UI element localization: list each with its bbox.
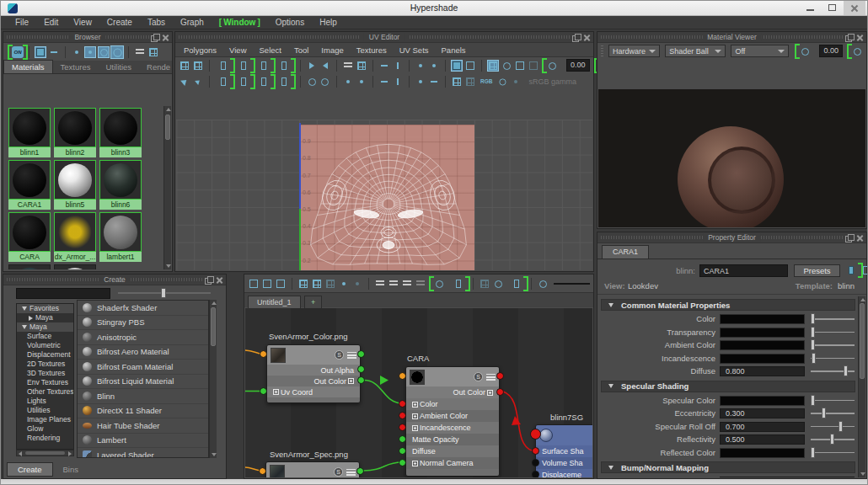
shader-item-anisotropic[interactable]: Anisotropic (78, 330, 208, 345)
material-viewer-titlebar[interactable]: Material Viewer (597, 32, 866, 43)
tree-item-utilities[interactable]: Utilities (17, 406, 73, 415)
create-search-input[interactable] (16, 288, 110, 299)
viewer-exposure-field[interactable]: 0.00 (819, 45, 843, 57)
layout-simple-icon[interactable] (374, 278, 386, 290)
slider-handle[interactable] (830, 434, 834, 445)
translate-u-icon[interactable] (342, 76, 354, 88)
shader-item-lambert[interactable]: Lambert (78, 434, 208, 449)
expand-plug-icon[interactable] (412, 461, 418, 466)
optimize-tool-icon[interactable] (280, 76, 292, 88)
shader-item-hair-tube-shader[interactable]: Hair Tube Shader (78, 418, 208, 434)
node-attr-normal-camera[interactable]: Normal Camera (406, 457, 499, 469)
node-menu-icon[interactable] (486, 374, 496, 381)
uv-editor-titlebar[interactable]: UV Editor (175, 32, 593, 43)
add-to-graph-icon[interactable] (297, 278, 309, 290)
color-swatch[interactable] (720, 354, 805, 364)
value-field[interactable]: 0.300 (720, 408, 805, 418)
node-menu-icon[interactable] (346, 469, 356, 476)
snap-apart-icon[interactable] (428, 60, 440, 72)
menu-edit[interactable]: Edit (36, 18, 66, 27)
shader-item-directx-11-shader[interactable]: DirectX 11 Shader (78, 404, 208, 419)
attribute-slider[interactable] (811, 339, 855, 350)
graph-input-connections-icon[interactable] (248, 278, 260, 290)
slider-handle[interactable] (811, 339, 815, 350)
attribute-slider[interactable] (811, 434, 855, 445)
dim-image-toggle[interactable] (487, 60, 499, 72)
port-color-node-input[interactable] (260, 350, 267, 358)
port-cara-out-color[interactable] (496, 388, 504, 396)
browser-tab-textures[interactable]: Textures (53, 61, 99, 73)
slider-handle[interactable] (839, 421, 843, 432)
swatches-on-toggle[interactable]: ON (12, 46, 24, 58)
menu-tabs[interactable]: Tabs (140, 18, 173, 27)
attribute-slider[interactable] (811, 327, 855, 338)
port-cara-incandescence[interactable] (399, 424, 406, 431)
sort-az-icon[interactable] (134, 46, 146, 58)
presets-button[interactable]: Presets (794, 264, 840, 277)
attribute-slider[interactable] (811, 353, 855, 364)
shade-uvs-icon[interactable] (501, 60, 512, 72)
display-image-toggle[interactable] (451, 60, 463, 72)
node-attr-displaceme[interactable]: Displaceme (536, 469, 592, 477)
value-field[interactable]: 0.700 (720, 422, 805, 432)
port-cara-diffuse[interactable] (399, 447, 406, 455)
tree-item-maya[interactable]: Maya (17, 313, 73, 322)
node-attr-incandescence[interactable]: Incandescence (406, 422, 499, 434)
shader-item-bifrost-liquid-material[interactable]: Bifrost Liquid Material (78, 375, 208, 390)
geometry-dropdown[interactable]: Shader Ball (665, 45, 726, 57)
environment-dropdown[interactable]: Off (731, 45, 789, 57)
node-attr-matte-opacity[interactable]: Matte Opacity (406, 434, 499, 445)
material-swatch-unnamed[interactable] (8, 264, 51, 269)
viewer-gamma-icon[interactable] (851, 45, 863, 57)
port-cara-ambient[interactable] (399, 412, 406, 419)
slider-handle[interactable] (811, 395, 815, 406)
large-swatch-icon[interactable] (35, 46, 46, 58)
attribute-slider[interactable] (811, 408, 855, 418)
grid-toggle-icon[interactable] (451, 76, 463, 88)
distribute-uv-icon[interactable] (356, 60, 367, 72)
align-v-min-icon[interactable] (392, 60, 404, 72)
color-swatch[interactable] (720, 448, 805, 458)
close-button[interactable] (844, 1, 865, 15)
filter-icon[interactable] (147, 46, 159, 58)
slider-handle[interactable] (844, 365, 848, 376)
create-tab-create[interactable]: Create (7, 462, 53, 477)
port-color-node-out[interactable] (357, 350, 365, 358)
browser-tab-utilities[interactable]: Utilities (98, 61, 139, 73)
renderer-dropdown[interactable]: Hardware (608, 45, 660, 57)
material-swatch-blinn5[interactable]: blinn5 (54, 160, 96, 210)
layout-custom-icon[interactable] (415, 278, 426, 290)
flip-left-icon[interactable] (306, 60, 318, 72)
big-swatch-icon[interactable] (110, 45, 124, 58)
material-swatch-blinn2[interactable]: blinn2 (54, 108, 96, 157)
split-uv-tool-icon[interactable] (239, 60, 251, 72)
float-panel-icon[interactable] (845, 234, 854, 242)
node-attr-diffuse[interactable]: Diffuse (406, 445, 499, 457)
tree-item-volumetric[interactable]: Volumetric (17, 341, 73, 350)
show-attributes-icon[interactable] (847, 264, 859, 276)
slider-handle[interactable] (812, 353, 816, 364)
maximize-button[interactable] (822, 1, 844, 15)
float-panel-icon[interactable] (572, 34, 581, 41)
attribute-slider[interactable] (811, 421, 855, 432)
attribute-slider[interactable] (811, 395, 855, 406)
clear-graph-icon[interactable] (324, 278, 336, 290)
menu-view[interactable]: View (66, 18, 99, 27)
lattice-tool-icon[interactable] (219, 76, 231, 88)
close-panel-icon[interactable] (856, 234, 865, 242)
align-u-min-icon[interactable] (378, 60, 390, 72)
port-cara-input[interactable] (399, 372, 406, 380)
port-cara-matte[interactable] (399, 435, 406, 443)
refresh-viewer-icon[interactable] (799, 45, 811, 57)
node-attr-out-alpha[interactable]: Out Alpha (267, 365, 360, 376)
expand-plug-icon[interactable] (273, 389, 279, 395)
tree-hscrollbar[interactable] (16, 450, 74, 456)
tab-untitled-1[interactable]: Untitled_1 (248, 296, 301, 309)
node-blinn7sg[interactable]: Surface ShaVolume ShaDisplaceme (535, 424, 592, 477)
layout-connected-icon[interactable] (388, 278, 399, 290)
property-tab-cara1[interactable]: CARA1 (602, 245, 649, 258)
uv-menu-polygons[interactable]: Polygons (184, 45, 217, 55)
close-panel-icon[interactable] (583, 34, 592, 41)
menu-file[interactable]: File (8, 18, 36, 27)
expand-plug-icon[interactable] (487, 390, 493, 396)
